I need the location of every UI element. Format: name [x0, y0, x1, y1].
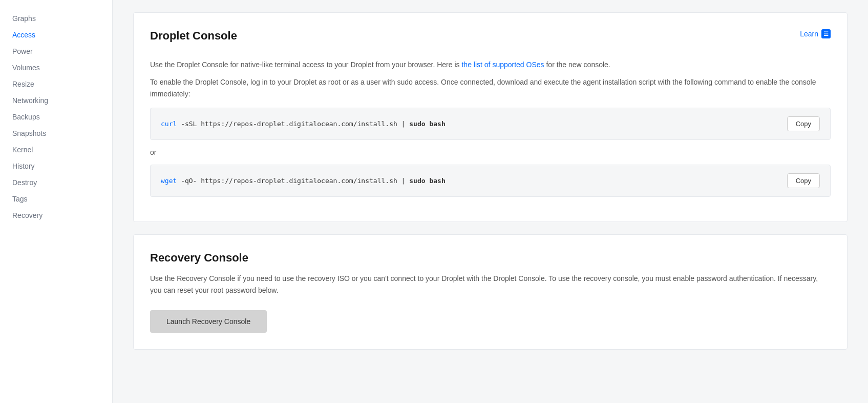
copy-button-1[interactable]: Copy	[787, 116, 820, 131]
sidebar-item-history[interactable]: History	[0, 158, 112, 174]
copy-button-2[interactable]: Copy	[787, 173, 820, 188]
sidebar: GraphsAccessPowerVolumesResizeNetworking…	[0, 0, 113, 403]
launch-recovery-console-button[interactable]: Launch Recovery Console	[150, 310, 267, 333]
page-layout: GraphsAccessPowerVolumesResizeNetworking…	[0, 0, 868, 403]
sidebar-item-volumes[interactable]: Volumes	[0, 59, 112, 76]
command1-cmd: curl	[161, 120, 177, 128]
sidebar-item-tags[interactable]: Tags	[0, 191, 112, 207]
droplet-console-title: Droplet Console	[150, 29, 237, 43]
recovery-console-title: Recovery Console	[150, 251, 831, 265]
command1-block: curl -sSL https://repos-droplet.digitalo…	[150, 108, 831, 140]
sidebar-item-kernel[interactable]: Kernel	[0, 142, 112, 158]
learn-link[interactable]: Learn ☰	[800, 29, 831, 38]
supported-oses-link[interactable]: the list of supported OSes	[461, 61, 544, 69]
main-content: Droplet Console Learn ☰ Use the Droplet …	[113, 0, 868, 403]
sidebar-item-snapshots[interactable]: Snapshots	[0, 125, 112, 142]
sidebar-item-destroy[interactable]: Destroy	[0, 174, 112, 191]
sidebar-item-resize[interactable]: Resize	[0, 76, 112, 92]
command2-prefix: -qO- https://repos-droplet.digitalocean.…	[181, 177, 409, 185]
command1-bold: sudo bash	[409, 120, 445, 128]
learn-label: Learn	[800, 30, 818, 38]
droplet-console-desc2: To enable the Droplet Console, log in to…	[150, 76, 831, 99]
sidebar-item-graphs[interactable]: Graphs	[0, 10, 112, 27]
learn-icon: ☰	[821, 29, 831, 38]
command2-cmd: wget	[161, 177, 177, 185]
card-header: Droplet Console Learn ☰	[150, 29, 831, 51]
sidebar-item-power[interactable]: Power	[0, 43, 112, 59]
droplet-console-card: Droplet Console Learn ☰ Use the Droplet …	[133, 12, 848, 222]
droplet-console-desc1: Use the Droplet Console for native-like …	[150, 59, 831, 70]
command2-bold: sudo bash	[409, 177, 445, 185]
sidebar-item-recovery[interactable]: Recovery	[0, 207, 112, 224]
sidebar-item-backups[interactable]: Backups	[0, 109, 112, 125]
sidebar-item-access[interactable]: Access	[0, 27, 112, 43]
command2-text: wget -qO- https://repos-droplet.digitalo…	[161, 177, 446, 185]
sidebar-item-networking[interactable]: Networking	[0, 92, 112, 109]
recovery-console-card: Recovery Console Use the Recovery Consol…	[133, 234, 848, 350]
recovery-console-desc: Use the Recovery Console if you need to …	[150, 273, 831, 296]
or-text: or	[150, 148, 831, 156]
command1-prefix: -sSL https://repos-droplet.digitalocean.…	[181, 120, 409, 128]
command1-text: curl -sSL https://repos-droplet.digitalo…	[161, 120, 446, 128]
command2-block: wget -qO- https://repos-droplet.digitalo…	[150, 165, 831, 197]
